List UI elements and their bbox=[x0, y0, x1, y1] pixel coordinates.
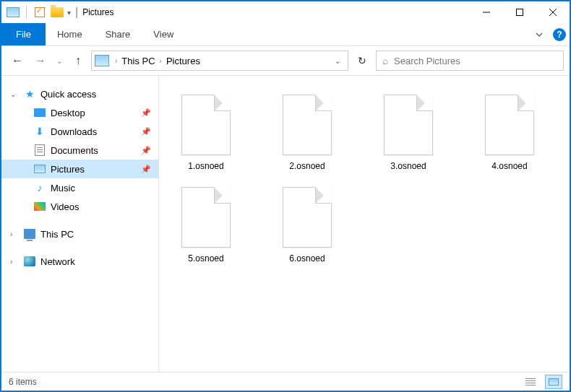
qat-dropdown-icon[interactable]: ▾ bbox=[67, 9, 71, 17]
music-icon: ♪ bbox=[33, 182, 46, 193]
sidebar-item-music[interactable]: ♪ Music bbox=[1, 178, 158, 197]
file-item[interactable]: 5.osnoed bbox=[166, 183, 246, 268]
search-placeholder: Search Pictures bbox=[394, 56, 460, 66]
file-item[interactable]: 6.osnoed bbox=[267, 183, 347, 268]
search-input[interactable]: ⌕ Search Pictures bbox=[376, 51, 564, 71]
help-button[interactable]: ? bbox=[549, 23, 570, 45]
up-button[interactable]: ↑ bbox=[68, 51, 88, 71]
refresh-button[interactable]: ↻ bbox=[351, 51, 373, 71]
pin-icon: 📌 bbox=[141, 146, 151, 155]
sidebar-item-label: Documents bbox=[51, 145, 137, 156]
address-dropdown-icon[interactable]: ⌄ bbox=[330, 57, 345, 65]
star-icon: ★ bbox=[23, 88, 36, 100]
documents-icon bbox=[33, 144, 46, 156]
qat-properties-icon[interactable] bbox=[33, 5, 47, 19]
sidebar-item-downloads[interactable]: ⬇ Downloads 📌 bbox=[1, 122, 158, 141]
sidebar-item-documents[interactable]: Documents 📌 bbox=[1, 141, 158, 160]
file-item[interactable]: 4.osnoed bbox=[470, 90, 549, 175]
location-icon bbox=[95, 55, 109, 66]
address-bar[interactable]: › This PC › Pictures ⌄ bbox=[91, 51, 348, 71]
breadcrumb-this-pc[interactable]: This PC bbox=[121, 56, 155, 66]
app-icon bbox=[6, 5, 20, 19]
sidebar-this-pc[interactable]: › This PC bbox=[1, 225, 158, 243]
search-icon: ⌕ bbox=[382, 55, 388, 66]
statusbar: 6 items bbox=[1, 372, 570, 391]
sidebar-item-label: Pictures bbox=[51, 164, 137, 175]
navigation-bar: ← → ⌄ ↑ › This PC › Pictures ⌄ ↻ ⌕ Searc… bbox=[1, 46, 570, 75]
ribbon-collapse-icon[interactable] bbox=[529, 23, 549, 45]
sidebar-item-videos[interactable]: Videos bbox=[1, 197, 158, 216]
downloads-icon: ⬇ bbox=[33, 126, 46, 137]
qat-folder-icon[interactable] bbox=[50, 5, 64, 19]
sidebar-item-label: Videos bbox=[51, 201, 158, 212]
file-icon bbox=[283, 95, 332, 155]
sidebar-item-label: Desktop bbox=[51, 108, 137, 118]
svg-rect-1 bbox=[517, 9, 523, 16]
file-item[interactable]: 2.osnoed bbox=[267, 90, 347, 175]
desktop-icon bbox=[33, 107, 46, 118]
pictures-icon bbox=[33, 163, 46, 175]
details-view-icon bbox=[525, 378, 536, 386]
sidebar-quick-access[interactable]: ⌄ ★ Quick access bbox=[1, 84, 158, 103]
sidebar-item-label: Downloads bbox=[51, 126, 137, 137]
sidebar-item-label: Quick access bbox=[40, 89, 158, 100]
sidebar-item-label: Network bbox=[40, 256, 158, 267]
large-icons-view-button[interactable] bbox=[545, 375, 562, 389]
recent-locations-icon[interactable]: ⌄ bbox=[53, 51, 65, 71]
file-tab[interactable]: File bbox=[1, 23, 46, 45]
file-name: 6.osnoed bbox=[289, 253, 325, 263]
sidebar-network[interactable]: › Network bbox=[1, 252, 158, 271]
file-icon bbox=[181, 187, 231, 248]
file-name: 5.osnoed bbox=[188, 253, 223, 263]
file-item[interactable]: 1.osnoed bbox=[166, 90, 246, 175]
file-name: 3.osnoed bbox=[390, 161, 426, 171]
file-list[interactable]: 1.osnoed 2.osnoed 3.osnoed 4.osnoed 5.os… bbox=[159, 76, 570, 372]
sidebar-item-desktop[interactable]: Desktop 📌 bbox=[1, 103, 158, 122]
close-button[interactable] bbox=[536, 1, 570, 23]
pin-icon: 📌 bbox=[141, 127, 151, 136]
file-icon bbox=[485, 95, 534, 155]
forward-button[interactable]: → bbox=[30, 51, 51, 71]
tab-view[interactable]: View bbox=[142, 23, 185, 45]
file-icon bbox=[181, 95, 231, 155]
breadcrumb-chevron-icon[interactable]: › bbox=[115, 57, 117, 65]
titlebar-separator: | bbox=[75, 6, 78, 19]
titlebar: ▾ | Pictures bbox=[1, 1, 570, 23]
sidebar-item-pictures[interactable]: Pictures 📌 bbox=[1, 160, 158, 178]
file-name: 4.osnoed bbox=[491, 161, 527, 171]
tab-share[interactable]: Share bbox=[94, 23, 142, 45]
pc-icon bbox=[23, 228, 36, 240]
back-button[interactable]: ← bbox=[7, 51, 27, 71]
body: ⌄ ★ Quick access Desktop 📌 ⬇ Downloads 📌… bbox=[1, 75, 570, 372]
pin-icon: 📌 bbox=[141, 165, 151, 174]
breadcrumb-pictures[interactable]: Pictures bbox=[166, 56, 200, 66]
minimize-button[interactable] bbox=[470, 1, 503, 23]
details-view-button[interactable] bbox=[522, 375, 539, 389]
breadcrumb-chevron-icon[interactable]: › bbox=[160, 57, 162, 65]
collapse-icon[interactable]: ⌄ bbox=[10, 90, 19, 98]
network-icon bbox=[23, 256, 36, 267]
file-icon bbox=[283, 187, 332, 248]
videos-icon bbox=[33, 201, 46, 212]
maximize-button[interactable] bbox=[503, 1, 536, 23]
file-item[interactable]: 3.osnoed bbox=[369, 90, 448, 175]
expand-icon[interactable]: › bbox=[10, 230, 19, 238]
tab-home[interactable]: Home bbox=[46, 23, 94, 45]
pin-icon: 📌 bbox=[141, 108, 151, 118]
window-title: Pictures bbox=[82, 7, 113, 17]
large-icons-view-icon bbox=[549, 378, 559, 386]
help-icon: ? bbox=[553, 28, 566, 41]
expand-icon[interactable]: › bbox=[10, 258, 19, 266]
ribbon: File Home Share View ? bbox=[1, 23, 570, 46]
explorer-window: ▾ | Pictures File Home Share View ? ← → … bbox=[1, 1, 570, 391]
sidebar-item-label: Music bbox=[51, 183, 158, 193]
sidebar-item-label: This PC bbox=[40, 229, 158, 240]
item-count: 6 items bbox=[9, 377, 37, 387]
navigation-pane: ⌄ ★ Quick access Desktop 📌 ⬇ Downloads 📌… bbox=[1, 76, 159, 372]
file-name: 1.osnoed bbox=[188, 161, 223, 171]
file-icon bbox=[384, 95, 433, 155]
file-name: 2.osnoed bbox=[289, 161, 325, 171]
